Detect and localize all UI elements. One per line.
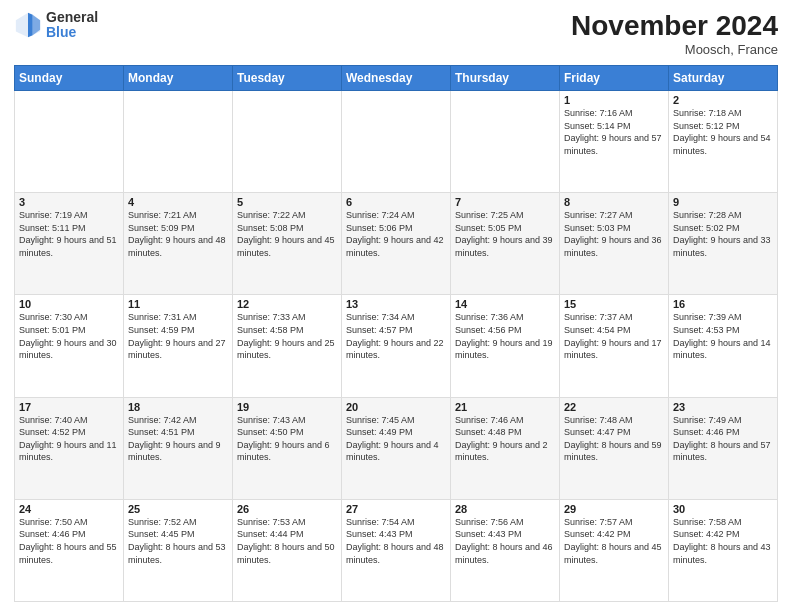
calendar-cell: 27Sunrise: 7:54 AM Sunset: 4:43 PM Dayli… <box>342 499 451 601</box>
month-title: November 2024 <box>571 10 778 42</box>
weekday-header-sunday: Sunday <box>15 66 124 91</box>
calendar-cell <box>342 91 451 193</box>
day-number: 20 <box>346 401 446 413</box>
day-info: Sunrise: 7:48 AM Sunset: 4:47 PM Dayligh… <box>564 414 664 464</box>
day-number: 7 <box>455 196 555 208</box>
svg-marker-2 <box>28 13 33 37</box>
calendar-cell: 10Sunrise: 7:30 AM Sunset: 5:01 PM Dayli… <box>15 295 124 397</box>
day-number: 30 <box>673 503 773 515</box>
day-info: Sunrise: 7:25 AM Sunset: 5:05 PM Dayligh… <box>455 209 555 259</box>
calendar-cell: 22Sunrise: 7:48 AM Sunset: 4:47 PM Dayli… <box>560 397 669 499</box>
day-info: Sunrise: 7:43 AM Sunset: 4:50 PM Dayligh… <box>237 414 337 464</box>
day-info: Sunrise: 7:45 AM Sunset: 4:49 PM Dayligh… <box>346 414 446 464</box>
day-info: Sunrise: 7:58 AM Sunset: 4:42 PM Dayligh… <box>673 516 773 566</box>
day-info: Sunrise: 7:42 AM Sunset: 4:51 PM Dayligh… <box>128 414 228 464</box>
calendar-cell: 30Sunrise: 7:58 AM Sunset: 4:42 PM Dayli… <box>669 499 778 601</box>
day-number: 24 <box>19 503 119 515</box>
day-number: 22 <box>564 401 664 413</box>
calendar-week-1: 1Sunrise: 7:16 AM Sunset: 5:14 PM Daylig… <box>15 91 778 193</box>
title-block: November 2024 Moosch, France <box>571 10 778 57</box>
day-number: 5 <box>237 196 337 208</box>
calendar-cell: 1Sunrise: 7:16 AM Sunset: 5:14 PM Daylig… <box>560 91 669 193</box>
day-number: 2 <box>673 94 773 106</box>
day-info: Sunrise: 7:54 AM Sunset: 4:43 PM Dayligh… <box>346 516 446 566</box>
calendar-cell: 21Sunrise: 7:46 AM Sunset: 4:48 PM Dayli… <box>451 397 560 499</box>
logo-icon <box>14 11 42 39</box>
day-number: 9 <box>673 196 773 208</box>
calendar-cell: 16Sunrise: 7:39 AM Sunset: 4:53 PM Dayli… <box>669 295 778 397</box>
logo-text: General Blue <box>46 10 98 41</box>
day-number: 1 <box>564 94 664 106</box>
day-info: Sunrise: 7:50 AM Sunset: 4:46 PM Dayligh… <box>19 516 119 566</box>
weekday-header-saturday: Saturday <box>669 66 778 91</box>
calendar-cell: 29Sunrise: 7:57 AM Sunset: 4:42 PM Dayli… <box>560 499 669 601</box>
logo-blue-text: Blue <box>46 25 98 40</box>
calendar-cell: 2Sunrise: 7:18 AM Sunset: 5:12 PM Daylig… <box>669 91 778 193</box>
day-info: Sunrise: 7:40 AM Sunset: 4:52 PM Dayligh… <box>19 414 119 464</box>
calendar-cell: 12Sunrise: 7:33 AM Sunset: 4:58 PM Dayli… <box>233 295 342 397</box>
calendar-cell: 19Sunrise: 7:43 AM Sunset: 4:50 PM Dayli… <box>233 397 342 499</box>
day-info: Sunrise: 7:57 AM Sunset: 4:42 PM Dayligh… <box>564 516 664 566</box>
day-info: Sunrise: 7:16 AM Sunset: 5:14 PM Dayligh… <box>564 107 664 157</box>
calendar-header: SundayMondayTuesdayWednesdayThursdayFrid… <box>15 66 778 91</box>
calendar-cell: 5Sunrise: 7:22 AM Sunset: 5:08 PM Daylig… <box>233 193 342 295</box>
calendar-cell: 7Sunrise: 7:25 AM Sunset: 5:05 PM Daylig… <box>451 193 560 295</box>
day-info: Sunrise: 7:52 AM Sunset: 4:45 PM Dayligh… <box>128 516 228 566</box>
day-number: 6 <box>346 196 446 208</box>
calendar-week-2: 3Sunrise: 7:19 AM Sunset: 5:11 PM Daylig… <box>15 193 778 295</box>
day-info: Sunrise: 7:22 AM Sunset: 5:08 PM Dayligh… <box>237 209 337 259</box>
day-number: 4 <box>128 196 228 208</box>
logo: General Blue <box>14 10 98 41</box>
calendar-cell: 13Sunrise: 7:34 AM Sunset: 4:57 PM Dayli… <box>342 295 451 397</box>
day-info: Sunrise: 7:27 AM Sunset: 5:03 PM Dayligh… <box>564 209 664 259</box>
day-info: Sunrise: 7:21 AM Sunset: 5:09 PM Dayligh… <box>128 209 228 259</box>
day-number: 29 <box>564 503 664 515</box>
day-info: Sunrise: 7:39 AM Sunset: 4:53 PM Dayligh… <box>673 311 773 361</box>
calendar-cell: 9Sunrise: 7:28 AM Sunset: 5:02 PM Daylig… <box>669 193 778 295</box>
day-number: 26 <box>237 503 337 515</box>
calendar-cell <box>233 91 342 193</box>
day-info: Sunrise: 7:46 AM Sunset: 4:48 PM Dayligh… <box>455 414 555 464</box>
day-info: Sunrise: 7:28 AM Sunset: 5:02 PM Dayligh… <box>673 209 773 259</box>
day-number: 15 <box>564 298 664 310</box>
day-info: Sunrise: 7:33 AM Sunset: 4:58 PM Dayligh… <box>237 311 337 361</box>
calendar-week-3: 10Sunrise: 7:30 AM Sunset: 5:01 PM Dayli… <box>15 295 778 397</box>
day-info: Sunrise: 7:30 AM Sunset: 5:01 PM Dayligh… <box>19 311 119 361</box>
calendar-cell: 6Sunrise: 7:24 AM Sunset: 5:06 PM Daylig… <box>342 193 451 295</box>
calendar-cell: 25Sunrise: 7:52 AM Sunset: 4:45 PM Dayli… <box>124 499 233 601</box>
day-info: Sunrise: 7:53 AM Sunset: 4:44 PM Dayligh… <box>237 516 337 566</box>
calendar-week-4: 17Sunrise: 7:40 AM Sunset: 4:52 PM Dayli… <box>15 397 778 499</box>
weekday-header-tuesday: Tuesday <box>233 66 342 91</box>
day-info: Sunrise: 7:19 AM Sunset: 5:11 PM Dayligh… <box>19 209 119 259</box>
day-number: 25 <box>128 503 228 515</box>
day-info: Sunrise: 7:31 AM Sunset: 4:59 PM Dayligh… <box>128 311 228 361</box>
calendar-cell: 8Sunrise: 7:27 AM Sunset: 5:03 PM Daylig… <box>560 193 669 295</box>
svg-marker-1 <box>33 15 40 36</box>
day-number: 11 <box>128 298 228 310</box>
day-info: Sunrise: 7:37 AM Sunset: 4:54 PM Dayligh… <box>564 311 664 361</box>
day-number: 28 <box>455 503 555 515</box>
day-number: 21 <box>455 401 555 413</box>
logo-general-text: General <box>46 10 98 25</box>
calendar-week-5: 24Sunrise: 7:50 AM Sunset: 4:46 PM Dayli… <box>15 499 778 601</box>
calendar-cell: 11Sunrise: 7:31 AM Sunset: 4:59 PM Dayli… <box>124 295 233 397</box>
day-number: 3 <box>19 196 119 208</box>
day-number: 12 <box>237 298 337 310</box>
day-number: 18 <box>128 401 228 413</box>
day-info: Sunrise: 7:56 AM Sunset: 4:43 PM Dayligh… <box>455 516 555 566</box>
calendar-cell <box>451 91 560 193</box>
calendar-body: 1Sunrise: 7:16 AM Sunset: 5:14 PM Daylig… <box>15 91 778 602</box>
day-number: 23 <box>673 401 773 413</box>
calendar-cell: 26Sunrise: 7:53 AM Sunset: 4:44 PM Dayli… <box>233 499 342 601</box>
calendar-cell: 23Sunrise: 7:49 AM Sunset: 4:46 PM Dayli… <box>669 397 778 499</box>
header: General Blue November 2024 Moosch, Franc… <box>14 10 778 57</box>
page: General Blue November 2024 Moosch, Franc… <box>0 0 792 612</box>
day-number: 14 <box>455 298 555 310</box>
calendar-cell <box>15 91 124 193</box>
calendar-cell: 17Sunrise: 7:40 AM Sunset: 4:52 PM Dayli… <box>15 397 124 499</box>
weekday-row: SundayMondayTuesdayWednesdayThursdayFrid… <box>15 66 778 91</box>
day-info: Sunrise: 7:36 AM Sunset: 4:56 PM Dayligh… <box>455 311 555 361</box>
day-number: 8 <box>564 196 664 208</box>
day-number: 13 <box>346 298 446 310</box>
day-number: 17 <box>19 401 119 413</box>
